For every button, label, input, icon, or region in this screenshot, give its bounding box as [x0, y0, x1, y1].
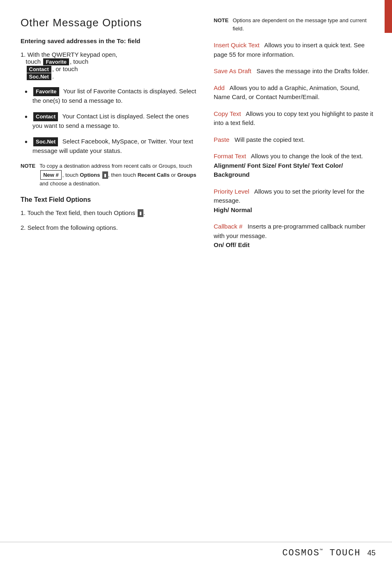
new-hash-btn: New # — [40, 170, 62, 180]
option-title-add: Add — [214, 84, 225, 91]
option-format-text: Format Text Allows you to change the loo… — [214, 152, 376, 180]
tf-step-2: 2. Select from the following options. — [21, 223, 197, 233]
text-field-heading: The Text Field Options — [21, 196, 197, 203]
bullet-dot-2: • — [25, 111, 28, 123]
option-title-insert-quick-text: Insert Quick Text — [214, 42, 259, 49]
option-copy-text: Copy Text Allows you to copy text you hi… — [214, 109, 376, 128]
option-title-save-as-draft: Save As Draft — [214, 67, 251, 74]
text-field-steps: 1. Touch the Text field, then touch Opti… — [21, 208, 197, 233]
bullet-contact: • Contact Your Contact List is displayed… — [25, 112, 197, 130]
bullet-socnet: • Soc.Net Select Facebook, MySpace, or T… — [25, 137, 197, 155]
options-icon-left: ▮ — [102, 171, 108, 179]
footer-brand: COSMOS™ TOUCH — [282, 548, 361, 558]
contact-btn-inline: Contact — [27, 66, 51, 73]
bullet-contact-btn: Contact — [33, 112, 58, 121]
bullet-dot-1: • — [25, 86, 28, 98]
note-block-left: NOTE To copy a destination address from … — [21, 162, 197, 188]
option-priority-level: Priority Level Allows you to set the pri… — [214, 187, 376, 215]
format-text-options: Alignment/ Font Size/ Font Style/ Text C… — [214, 162, 343, 178]
option-add: Add Allows you to add a Graphic, Animati… — [214, 83, 376, 102]
option-title-paste: Paste — [214, 136, 229, 143]
bullet-list: • Favorite Your list of Favorite Contact… — [25, 87, 197, 155]
option-save-as-draft: Save As Draft Saves the message into the… — [214, 67, 376, 76]
step-1: 1. With the QWERTY keypad open, touch Fa… — [21, 51, 197, 80]
bullet-socnet-btn: Soc.Net — [33, 137, 58, 146]
footer-page-number: 45 — [367, 549, 376, 557]
bullet-favorite-btn: Favorite — [33, 87, 59, 96]
socnet-btn-inline: Soc.Net — [27, 73, 51, 80]
footer: COSMOS™ TOUCH 45 — [0, 542, 392, 564]
option-title-callback: Callback # — [214, 223, 242, 230]
note-label-right: NOTE — [214, 16, 228, 25]
page-container: Other Message Options Entering saved add… — [0, 0, 392, 564]
note-label-left: NOTE — [21, 162, 35, 170]
tf-step-1: 1. Touch the Text field, then touch Opti… — [21, 208, 197, 218]
callback-options: On/ Off/ Edit — [214, 241, 250, 248]
priority-level-options: High/ Normal — [214, 206, 252, 213]
options-icon-tf: ▮ — [138, 209, 143, 217]
option-paste: Paste Will paste the copied text. — [214, 135, 376, 145]
left-column: Other Message Options Entering saved add… — [21, 16, 210, 534]
note-block-right: NOTE Options are dependent on the messag… — [214, 16, 376, 32]
note-text-right: Options are dependent on the message typ… — [233, 16, 376, 32]
option-title-priority-level: Priority Level — [214, 188, 249, 195]
section-title: Other Message Options — [21, 16, 197, 29]
red-tab — [385, 0, 392, 33]
option-insert-quick-text: Insert Quick Text Allows you to insert a… — [214, 41, 376, 59]
bullet-dot-3: • — [25, 136, 28, 148]
sub-heading: Entering saved addresses in the To: fiel… — [21, 37, 197, 45]
content-area: Other Message Options Entering saved add… — [0, 0, 392, 542]
right-column: NOTE Options are dependent on the messag… — [210, 16, 376, 534]
note-text-left: To copy a destination address from recen… — [39, 162, 197, 188]
option-title-format-text: Format Text — [214, 153, 246, 159]
favorite-btn-inline: Favorite — [43, 58, 69, 65]
option-callback: Callback # Inserts a pre-programmed call… — [214, 222, 376, 250]
option-title-copy-text: Copy Text — [214, 110, 241, 117]
bullet-favorite: • Favorite Your list of Favorite Contact… — [25, 87, 197, 105]
